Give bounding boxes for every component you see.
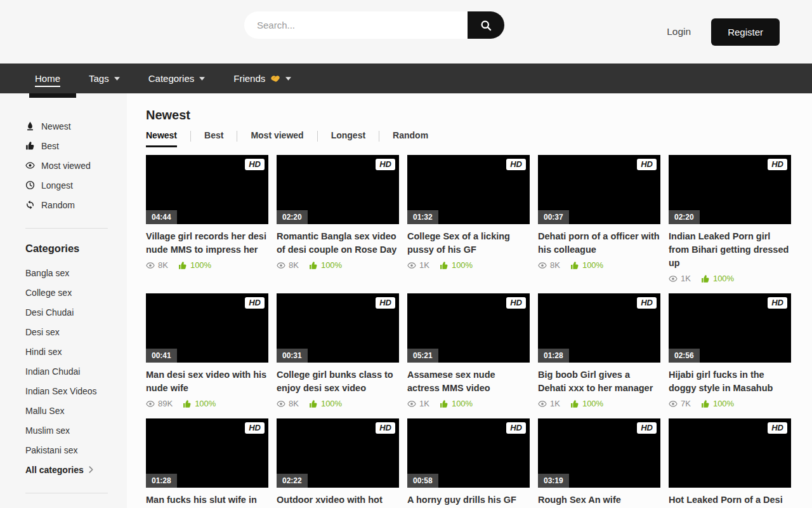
- video-title[interactable]: Indian Leaked Porn girl from Bihari gett…: [669, 230, 791, 270]
- video-thumbnail[interactable]: HD 01:28: [146, 418, 268, 488]
- sidebar-category-desi-sex[interactable]: Desi sex: [25, 327, 60, 337]
- tab-most-viewed[interactable]: Most viewed: [251, 130, 303, 145]
- sidebar-sort-longest[interactable]: Longest: [25, 180, 73, 190]
- video-card[interactable]: HD 00:41 Man desi sex video with his nud…: [146, 293, 268, 408]
- video-title[interactable]: College girl bunks class to enjoy desi s…: [277, 368, 399, 395]
- nav-item-home[interactable]: Home: [35, 64, 60, 93]
- like-thumb-icon: [701, 399, 710, 408]
- nav-item-friends[interactable]: Friends: [233, 64, 291, 93]
- video-title[interactable]: College Sex of a licking pussy of his GF: [407, 230, 530, 257]
- hd-badge: HD: [768, 159, 787, 170]
- video-title[interactable]: Hijabi girl fucks in the doggy style in …: [669, 368, 791, 395]
- sidebar-sort-newest[interactable]: Newest: [25, 121, 71, 131]
- video-card[interactable]: HD 02:22 Outdoor xvideo with hot randi: [277, 418, 399, 508]
- video-thumbnail[interactable]: HD 05:21: [407, 293, 530, 363]
- video-thumbnail[interactable]: HD 01:28: [538, 293, 660, 363]
- video-title[interactable]: Dehati porn of a officer with his collea…: [538, 230, 660, 257]
- view-count: 1K: [550, 399, 560, 408]
- video-title[interactable]: Rough Sex An wife bounces on her devar d…: [538, 493, 660, 508]
- video-card[interactable]: HD 01:32 College Sex of a licking pussy …: [407, 155, 530, 283]
- sidebar-sort-best[interactable]: Best: [25, 141, 59, 151]
- sidebar-category-desi-chudai[interactable]: Desi Chudai: [25, 307, 74, 318]
- tab-best[interactable]: Best: [204, 130, 223, 145]
- video-thumbnail[interactable]: HD 00:41: [146, 293, 268, 363]
- sort-list-item: Best: [25, 136, 127, 156]
- nav-item-label: Home: [35, 73, 60, 84]
- video-thumbnail[interactable]: HD 00:58: [407, 418, 530, 488]
- video-thumbnail[interactable]: HD 02:56: [669, 293, 791, 363]
- pen-icon: [25, 121, 36, 131]
- sidebar-category-mallu-sex[interactable]: Mallu Sex: [25, 406, 64, 416]
- like-thumb-icon: [309, 261, 318, 270]
- video-card[interactable]: HD 00:31 College girl bunks class to enj…: [277, 293, 399, 408]
- category-list-item: Bangla sex: [25, 263, 127, 283]
- rating-percent: 100%: [582, 260, 603, 270]
- rating: 100%: [570, 260, 603, 270]
- search-input[interactable]: [244, 11, 468, 39]
- video-card[interactable]: HD 02:20 Romantic Bangla sex video of de…: [277, 155, 399, 283]
- views-eye-icon: [669, 399, 678, 408]
- login-link[interactable]: Login: [667, 26, 691, 37]
- video-card[interactable]: HD 05:21 Assamese sex nude actress MMS v…: [407, 293, 530, 408]
- video-thumbnail[interactable]: HD 03:19: [538, 418, 660, 488]
- video-title[interactable]: Man desi sex video with his nude wife: [146, 368, 268, 395]
- search-icon: [480, 19, 492, 32]
- sidebar-category-indian-chudai[interactable]: Indian Chudai: [25, 366, 80, 377]
- video-title[interactable]: Outdoor xvideo with hot randi: [277, 493, 399, 508]
- video-title[interactable]: Assamese sex nude actress MMS video: [407, 368, 530, 395]
- rating-percent: 100%: [321, 260, 342, 270]
- nav-item-categories[interactable]: Categories: [148, 64, 206, 93]
- sidebar-category-indian-sex-videos[interactable]: Indian Sex Videos: [25, 386, 97, 396]
- video-title[interactable]: Village girl records her desi nude MMS t…: [146, 230, 268, 257]
- video-thumbnail[interactable]: HD 02:22: [277, 418, 399, 488]
- nav-item-tags[interactable]: Tags: [89, 64, 120, 93]
- sidebar-category-muslim-sex[interactable]: Muslim sex: [25, 425, 70, 436]
- video-grid: HD 04:44 Village girl records her desi n…: [146, 155, 812, 508]
- sort-link-label: Newest: [41, 121, 71, 131]
- all-categories-link[interactable]: All categories: [25, 460, 127, 479]
- sidebar-category-bangla-sex[interactable]: Bangla sex: [25, 268, 69, 278]
- video-card[interactable]: HD 00:37 Dehati porn of a officer with h…: [538, 155, 660, 283]
- video-title[interactable]: Man fucks his slut wife in Dehati sex: [146, 493, 268, 508]
- hd-badge: HD: [506, 297, 526, 309]
- rating-percent: 100%: [582, 399, 603, 408]
- video-thumbnail[interactable]: HD 00:31: [277, 293, 399, 363]
- sidebar-category-college-sex[interactable]: College sex: [25, 288, 72, 298]
- video-card[interactable]: HD 00:58 A horny guy drills his GF tight…: [407, 418, 530, 508]
- video-thumbnail[interactable]: HD 01:32: [407, 155, 530, 224]
- hd-badge: HD: [768, 297, 787, 309]
- tab-random[interactable]: Random: [393, 130, 428, 145]
- video-card[interactable]: HD 02:56 Hijabi girl fucks in the doggy …: [669, 293, 791, 408]
- view-count: 8K: [550, 260, 560, 270]
- register-button[interactable]: Register: [711, 18, 780, 46]
- video-card[interactable]: HD 01:28 Big boob Girl gives a Dehati xx…: [538, 293, 660, 408]
- video-title[interactable]: Hot Leaked Porn of a Desi Couple: [669, 493, 791, 508]
- video-title[interactable]: A horny guy drills his GF tight pussy at…: [407, 493, 530, 508]
- video-title[interactable]: Big boob Girl gives a Dehati xxx to her …: [538, 368, 660, 395]
- sidebar-sort-most-viewed[interactable]: Most viewed: [25, 161, 91, 171]
- video-thumbnail[interactable]: HD 02:20: [277, 155, 399, 224]
- tab-newest[interactable]: Newest: [146, 130, 177, 147]
- video-card[interactable]: HD 01:28 Man fucks his slut wife in Deha…: [146, 418, 268, 508]
- video-thumbnail[interactable]: HD 04:44: [146, 155, 268, 224]
- sidebar-category-pakistani-sex[interactable]: Pakistani sex: [25, 445, 77, 455]
- search-button[interactable]: [468, 11, 504, 39]
- video-thumbnail[interactable]: HD 02:20: [669, 155, 791, 224]
- duration-badge: 02:20: [669, 210, 700, 224]
- categories-heading: Categories: [25, 243, 127, 255]
- tab-separator: [190, 131, 191, 142]
- video-card[interactable]: HD 03:19 Rough Sex An wife bounces on he…: [538, 418, 660, 508]
- video-title[interactable]: Romantic Bangla sex video of desi couple…: [277, 230, 399, 257]
- video-thumbnail[interactable]: HD: [669, 418, 791, 488]
- video-card[interactable]: HD 04:44 Village girl records her desi n…: [146, 155, 268, 283]
- hd-badge: HD: [376, 422, 395, 434]
- view-count: 8K: [289, 260, 299, 270]
- views: 1K: [407, 260, 429, 270]
- video-card[interactable]: HD 02:20 Indian Leaked Porn girl from Bi…: [669, 155, 791, 283]
- sidebar-sort-random[interactable]: Random: [25, 200, 75, 210]
- video-thumbnail[interactable]: HD 00:37: [538, 155, 660, 224]
- category-list-item: College sex: [25, 283, 127, 302]
- video-card[interactable]: HD Hot Leaked Porn of a Desi Couple: [669, 418, 791, 508]
- sidebar-category-hindi-sex[interactable]: Hindi sex: [25, 347, 62, 357]
- tab-longest[interactable]: Longest: [331, 130, 365, 145]
